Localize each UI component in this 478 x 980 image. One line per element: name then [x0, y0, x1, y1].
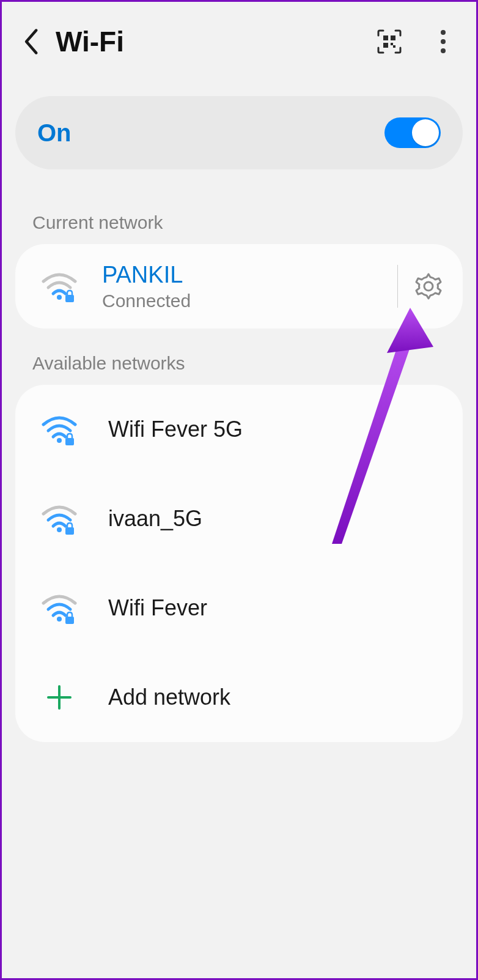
- add-network-row[interactable]: Add network: [15, 653, 463, 742]
- more-options-button[interactable]: [428, 27, 458, 56]
- svg-point-8: [57, 295, 62, 300]
- svg-rect-12: [65, 438, 74, 445]
- network-settings-button[interactable]: [413, 270, 444, 302]
- available-network-row[interactable]: Wifi Fever: [15, 563, 463, 653]
- add-network-label: Add network: [108, 685, 230, 710]
- plus-icon: [35, 684, 84, 711]
- svg-point-6: [441, 39, 446, 44]
- svg-rect-1: [391, 35, 395, 40]
- gear-icon: [414, 272, 443, 301]
- more-vertical-icon: [440, 29, 446, 54]
- wifi-toggle-label: On: [37, 119, 72, 147]
- svg-rect-2: [383, 43, 388, 48]
- svg-rect-9: [65, 295, 74, 302]
- vertical-divider: [397, 265, 398, 308]
- wifi-signal-weak-lock-icon: [35, 270, 84, 302]
- qr-code-icon: [377, 29, 402, 54]
- available-network-row[interactable]: Wifi Fever 5G: [15, 385, 463, 474]
- svg-rect-14: [65, 527, 74, 535]
- current-network-header: Current network: [2, 169, 476, 244]
- svg-point-7: [441, 48, 446, 53]
- available-network-row[interactable]: ivaan_5G: [15, 474, 463, 563]
- current-network-status: Connected: [102, 291, 391, 311]
- current-network-row[interactable]: PANKIL Connected: [15, 244, 463, 329]
- switch-thumb: [412, 119, 439, 146]
- svg-rect-4: [393, 45, 395, 48]
- chevron-left-icon: [21, 28, 40, 56]
- wifi-toggle-row[interactable]: On: [15, 96, 463, 169]
- svg-point-10: [424, 282, 433, 291]
- page-title: Wi-Fi: [56, 25, 375, 58]
- current-network-card: PANKIL Connected: [15, 244, 463, 329]
- svg-rect-3: [391, 43, 393, 45]
- qr-scan-button[interactable]: [375, 27, 404, 56]
- wifi-signal-strong-lock-icon: [35, 414, 84, 445]
- svg-point-11: [57, 438, 62, 443]
- network-name: ivaan_5G: [108, 506, 202, 532]
- svg-rect-0: [383, 35, 388, 40]
- svg-point-13: [57, 527, 62, 532]
- available-networks-header: Available networks: [2, 329, 476, 385]
- current-network-name: PANKIL: [102, 261, 391, 289]
- available-networks-card: Wifi Fever 5G ivaan_5G: [15, 385, 463, 742]
- wifi-signal-medium-lock-icon: [35, 592, 84, 624]
- svg-point-15: [57, 617, 62, 622]
- svg-point-5: [441, 30, 446, 35]
- wifi-signal-medium-lock-icon: [35, 503, 84, 535]
- network-name: Wifi Fever: [108, 595, 207, 621]
- network-name: Wifi Fever 5G: [108, 417, 243, 442]
- wifi-switch[interactable]: [384, 117, 441, 148]
- svg-rect-16: [65, 617, 74, 624]
- back-button[interactable]: [17, 28, 45, 56]
